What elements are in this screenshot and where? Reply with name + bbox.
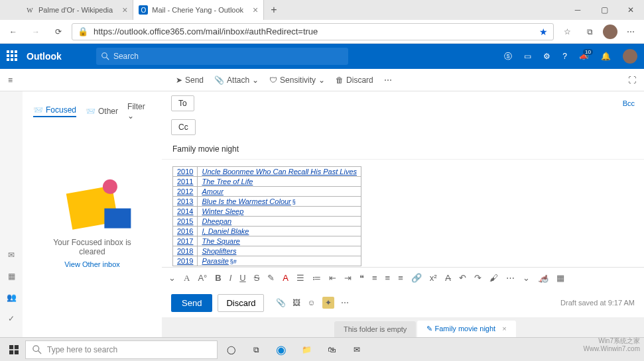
edge-taskbar-icon[interactable]: ◉ — [269, 340, 293, 360]
app-launcher-icon[interactable] — [7, 50, 19, 62]
align-center-icon[interactable]: ≡ — [385, 273, 391, 283]
forward-button[interactable]: → — [27, 23, 45, 41]
browser-tab-wikipedia[interactable]: W Palme d'Or - Wikipedia × — [20, 0, 133, 20]
strikethrough-button[interactable]: S — [254, 273, 260, 283]
start-button[interactable] — [4, 340, 24, 360]
menu-button[interactable]: ⋯ — [621, 23, 640, 41]
people-rail-icon[interactable]: 👥 — [7, 293, 17, 302]
skype-icon[interactable]: ⓢ — [504, 51, 512, 62]
mail-rail-icon[interactable]: ✉ — [8, 250, 15, 260]
outlook-search-input[interactable]: Search — [96, 48, 348, 65]
more-commands[interactable]: ⋯ — [384, 76, 392, 85]
attach-file-icon[interactable]: 📎 — [276, 298, 286, 307]
redo-icon[interactable]: ↷ — [474, 273, 482, 283]
bcc-link[interactable]: Bcc — [623, 99, 635, 107]
bullets-icon[interactable]: ☰ — [296, 273, 304, 283]
format-painter-icon[interactable]: 🖌 — [489, 273, 498, 283]
task-view-icon[interactable]: ⧉ — [244, 340, 268, 360]
attach-icon: 📎 — [214, 76, 224, 85]
expand-icon[interactable]: ⛶ — [628, 76, 636, 85]
taskbar-search-input[interactable]: Type here to search — [25, 340, 218, 359]
url-field[interactable]: 🔒 https://outlook.office365.com/mail/inb… — [72, 23, 554, 40]
profile-avatar[interactable] — [603, 25, 617, 39]
font-size-icon[interactable]: A° — [198, 273, 207, 283]
font-color-picker-icon[interactable]: A — [283, 273, 289, 283]
quote-icon[interactable]: ❝ — [359, 273, 364, 283]
clear-format-icon[interactable]: A̶ — [445, 273, 451, 283]
suggestions-icon[interactable]: ✦ — [322, 297, 334, 309]
styles-icon[interactable]: ⌄ — [523, 273, 530, 283]
underline-button[interactable]: U — [239, 273, 245, 283]
bold-button[interactable]: B — [215, 273, 221, 283]
emoji-icon[interactable]: ☺ — [307, 298, 315, 307]
table-icon[interactable]: ▦ — [556, 273, 564, 283]
notifications-bell-icon[interactable]: 🔔 — [601, 52, 611, 61]
to-button[interactable]: To — [171, 95, 194, 111]
minimize-button[interactable]: ─ — [564, 0, 591, 20]
tasks-rail-icon[interactable]: ✓ — [8, 314, 15, 323]
hamburger-menu-icon[interactable]: ≡ — [8, 76, 13, 85]
calendar-rail-icon[interactable]: ▦ — [8, 272, 15, 281]
file-explorer-icon[interactable]: 📁 — [294, 340, 318, 360]
announcements-icon[interactable]: 📣10 — [579, 52, 589, 61]
settings-gear-icon[interactable]: ⚙ — [543, 52, 550, 61]
undo-icon[interactable]: ↶ — [459, 273, 466, 283]
microsoft-store-icon[interactable]: 🛍 — [320, 340, 344, 360]
empty-folder-tab[interactable]: This folder is empty — [334, 321, 416, 337]
filter-dropdown[interactable]: Filter ⌄ — [127, 102, 151, 121]
other-tab[interactable]: 📨Other — [86, 107, 118, 116]
attach-command[interactable]: 📎Attach⌄ — [214, 76, 259, 85]
close-tab-icon[interactable]: × — [253, 5, 258, 15]
more-format-icon[interactable]: ⋯ — [506, 273, 515, 283]
close-window-button[interactable]: ✕ — [617, 0, 644, 20]
compose-pane: To Bcc Cc Family movie night 2010Uncle B… — [162, 91, 644, 337]
new-tab-button[interactable]: + — [264, 4, 283, 16]
cc-button[interactable]: Cc — [171, 119, 196, 135]
discard-command[interactable]: 🗑Discard — [336, 76, 373, 85]
view-other-inbox-link[interactable]: View Other inbox — [64, 260, 120, 268]
favorites-button[interactable]: ☆ — [558, 23, 576, 41]
italic-button[interactable]: I — [229, 273, 232, 283]
send-command[interactable]: ➤Send — [176, 76, 204, 85]
collections-button[interactable]: ⧉ — [580, 23, 599, 41]
focused-tab[interactable]: 📨Focused — [33, 105, 76, 117]
account-avatar[interactable] — [623, 49, 637, 64]
maximize-button[interactable]: ▢ — [591, 0, 617, 20]
send-button[interactable]: Send — [171, 294, 212, 312]
font-color-icon[interactable]: A — [184, 273, 190, 284]
sensitivity-command[interactable]: 🛡Sensitivity⌄ — [269, 76, 325, 85]
accessibility-icon[interactable]: 🦽 — [538, 273, 548, 283]
highlight-icon[interactable]: ✎ — [267, 273, 275, 283]
message-body[interactable]: 2010Uncle Boonmee Who Can Recall His Pas… — [162, 160, 644, 267]
empty-text: Your Focused inbox is — [53, 238, 131, 247]
browser-address-bar: ← → ⟳ 🔒 https://outlook.office365.com/ma… — [0, 20, 644, 44]
favorite-star-icon[interactable]: ★ — [539, 26, 548, 37]
align-right-icon[interactable]: ≡ — [398, 273, 403, 283]
link-icon[interactable]: 🔗 — [411, 273, 422, 283]
indent-icon[interactable]: ⇥ — [344, 273, 352, 283]
back-button[interactable]: ← — [4, 23, 23, 41]
compose-command-bar: ≡ ➤Send 📎Attach⌄ 🛡Sensitivity⌄ 🗑Discard … — [0, 69, 644, 91]
draft-status: Draft saved at 9:17 AM — [560, 299, 635, 307]
close-tab-icon[interactable]: × — [122, 5, 127, 15]
outdent-icon[interactable]: ⇤ — [329, 273, 336, 283]
numbering-icon[interactable]: ≔ — [312, 273, 321, 283]
mail-taskbar-icon[interactable]: ✉ — [345, 340, 369, 360]
more-actions-icon[interactable]: ⋯ — [341, 298, 349, 307]
cortana-icon[interactable]: ◯ — [219, 340, 243, 360]
browser-tab-outlook[interactable]: O Mail - Cherie Yang - Outlook × — [133, 0, 264, 20]
refresh-button[interactable]: ⟳ — [49, 23, 68, 41]
discard-button[interactable]: Discard — [218, 294, 264, 312]
tab-title: Palme d'Or - Wikipedia — [38, 6, 113, 14]
font-dropdown-icon[interactable]: ⌄ — [168, 273, 176, 283]
outlook-today-icon[interactable]: ▭ — [524, 52, 531, 61]
close-draft-tab-icon[interactable]: × — [502, 325, 506, 333]
align-left-icon[interactable]: ≡ — [372, 273, 377, 283]
help-icon[interactable]: ? — [562, 52, 567, 61]
draft-tab[interactable]: ✎ Family movie night× — [417, 321, 515, 337]
outlook-brand: Outlook — [27, 51, 62, 62]
insert-picture-icon[interactable]: 🖼 — [292, 298, 300, 307]
superscript-icon[interactable]: x² — [430, 273, 437, 283]
subject-field[interactable]: Family movie night — [162, 139, 644, 160]
lock-icon: 🔒 — [78, 26, 88, 36]
